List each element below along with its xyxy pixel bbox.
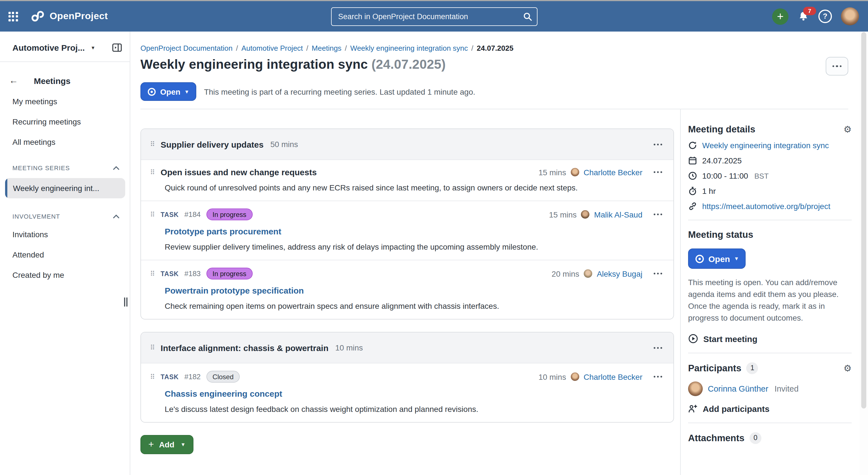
link-icon (688, 202, 697, 211)
page-more-actions-button[interactable] (826, 57, 848, 75)
status-label: Open (708, 254, 730, 263)
section-title: Supplier delivery updates (161, 139, 264, 149)
presenter-avatar (584, 269, 592, 278)
status-dropdown-button[interactable]: Open ▼ (688, 248, 746, 269)
sidebar-item-created-by-me[interactable]: Created by me (0, 265, 130, 285)
status-badge[interactable]: Closed (207, 371, 240, 382)
involvement-section-header[interactable]: INVOLVEMENT (0, 201, 130, 224)
search-icon[interactable] (523, 11, 532, 21)
breadcrumb-link-series[interactable]: Weekly engineering integration sync (350, 44, 468, 53)
help-button[interactable]: ? (818, 9, 832, 23)
sidebar-resize-handle[interactable] (124, 298, 127, 307)
topbar-actions: + 7 ? (772, 7, 859, 25)
agenda-section-card: ⠿ Supplier delivery updates 50 mins ⠿ Op… (141, 129, 674, 319)
status-badge[interactable]: In progress (207, 208, 253, 220)
chevron-down-icon: ▾ (92, 44, 94, 51)
item-more-actions-button[interactable] (651, 374, 664, 380)
status-badge[interactable]: In progress (207, 268, 253, 279)
logo-text: OpenProject (50, 11, 108, 22)
meeting-series-label: MEETING SERIES (12, 165, 70, 171)
search-input[interactable] (337, 11, 523, 21)
section-more-actions-button[interactable] (651, 141, 664, 147)
page-header: OpenProject Documentation / Automotive P… (130, 32, 860, 109)
chevron-up-icon (113, 166, 120, 170)
drag-handle-icon[interactable]: ⠿ (150, 211, 155, 218)
drag-handle-icon[interactable]: ⠿ (150, 169, 155, 175)
project-name: Automotive Proj... (12, 43, 85, 53)
quick-add-button[interactable]: + (772, 8, 788, 25)
notifications-button[interactable]: 7 (798, 10, 809, 22)
user-avatar[interactable] (841, 7, 859, 25)
sidebar-collapse-button[interactable] (112, 43, 122, 52)
sidebar-item-weekly-engineering-selected[interactable]: Weekly engineering int... (5, 178, 125, 198)
scrollbar-thumb[interactable] (861, 32, 866, 408)
work-package-link[interactable]: Chassis engineering concept (165, 389, 664, 398)
add-participants-label: Add participants (703, 404, 770, 414)
participant-link[interactable]: Corinna Günther (708, 384, 768, 393)
series-link[interactable]: Weekly engineering integration sync (702, 141, 829, 150)
plus-icon: + (148, 439, 154, 450)
top-navigation-bar: OpenProject + 7 ? (0, 1, 868, 32)
section-more-actions-button[interactable] (651, 345, 664, 351)
app-grid-icon[interactable] (6, 9, 20, 24)
drag-handle-icon[interactable]: ⠿ (150, 344, 155, 351)
drag-handle-icon[interactable]: ⠿ (150, 141, 155, 148)
breadcrumb-link-project[interactable]: Automotive Project (241, 44, 303, 53)
openproject-logo[interactable]: OpenProject (30, 9, 108, 24)
breadcrumb-link-meetings[interactable]: Meetings (312, 44, 341, 53)
detail-row-date: 24.07.2025 (688, 156, 851, 165)
meeting-series-section-header[interactable]: MEETING SERIES (0, 152, 130, 176)
gear-icon[interactable]: ⚙ (843, 125, 851, 134)
attachments-header: Attachments 0 (688, 432, 851, 444)
selected-indicator (5, 178, 7, 198)
meetings-menu-header: ← Meetings (0, 62, 130, 91)
presenter-link[interactable]: Malik Al-Saud (594, 210, 642, 219)
attachments-title: Attachments (688, 433, 744, 443)
work-package-link[interactable]: Prototype parts procurement (165, 227, 664, 236)
agenda-item-header: ⠿ TASK #183 In progress 20 mins Aleksy B… (150, 268, 664, 279)
agenda-item-description: Check remaining open items on powertrain… (165, 301, 664, 310)
notification-count-badge: 7 (803, 6, 816, 15)
meeting-details-header: Meeting details ⚙ (688, 124, 851, 135)
sidebar-item-attended[interactable]: Attended (0, 244, 130, 265)
participant-avatar (688, 381, 703, 396)
agenda-item: ⠿ TASK #182 Closed 10 mins Charlotte Bec… (141, 363, 674, 422)
sidebar-item-invitations[interactable]: Invitations (0, 224, 130, 244)
presenter-link[interactable]: Charlotte Becker (584, 372, 642, 381)
status-dropdown-button[interactable]: Open ▼ (141, 82, 196, 101)
presenter-avatar (570, 372, 579, 381)
presenter-link[interactable]: Aleksy Bugaj (597, 269, 642, 278)
page-scrollbar[interactable] (860, 32, 868, 475)
start-meeting-button[interactable]: Start meeting (688, 334, 851, 344)
agenda-item-description: Le's discuss latest design feedback on c… (165, 405, 664, 414)
agenda-item-header: ⠿ TASK #182 Closed 10 mins Charlotte Bec… (150, 371, 664, 382)
meeting-url-link[interactable]: https://meet.automotive.org/b/project (702, 202, 830, 211)
breadcrumb-separator: / (471, 44, 473, 53)
drag-handle-icon[interactable]: ⠿ (150, 270, 155, 277)
work-package-type: TASK (161, 373, 179, 380)
add-participants-button[interactable]: Add participants (688, 404, 851, 414)
section-title: Interface alignment: chassis & powertrai… (161, 343, 329, 352)
agenda-item-meta: 20 mins Aleksy Bugaj (552, 269, 664, 278)
item-more-actions-button[interactable] (651, 270, 664, 277)
sidebar-item-all-meetings[interactable]: All meetings (0, 132, 130, 152)
back-arrow-icon[interactable]: ← (9, 75, 18, 86)
agenda-list: ⠿ Supplier delivery updates 50 mins ⠿ Op… (130, 109, 680, 475)
sidebar-item-recurring-meetings[interactable]: Recurring meetings (0, 111, 130, 132)
agenda-item-header: ⠿ TASK #184 In progress 15 mins Malik Al… (150, 208, 664, 220)
drag-handle-icon[interactable]: ⠿ (150, 373, 155, 380)
item-more-actions-button[interactable] (651, 211, 664, 217)
add-agenda-item-button[interactable]: + Add ▼ (141, 435, 193, 454)
title-row: Weekly engineering integration sync (24.… (141, 57, 848, 75)
breadcrumb-link-documentation[interactable]: OpenProject Documentation (141, 44, 232, 53)
work-package-id: #182 (184, 372, 201, 381)
item-more-actions-button[interactable] (651, 169, 664, 175)
agenda-item: ⠿ Open issues and new change requests 15… (141, 160, 674, 201)
presenter-link[interactable]: Charlotte Becker (584, 168, 642, 177)
main-content: OpenProject Documentation / Automotive P… (130, 32, 860, 475)
work-package-link[interactable]: Powertrain prototype specification (165, 286, 664, 295)
gear-icon[interactable]: ⚙ (843, 364, 851, 373)
project-selector[interactable]: Automotive Proj... ▾ (0, 32, 130, 61)
detail-row-time: 10:00 - 11:00 BST (688, 171, 851, 180)
sidebar-item-my-meetings[interactable]: My meetings (0, 91, 130, 111)
